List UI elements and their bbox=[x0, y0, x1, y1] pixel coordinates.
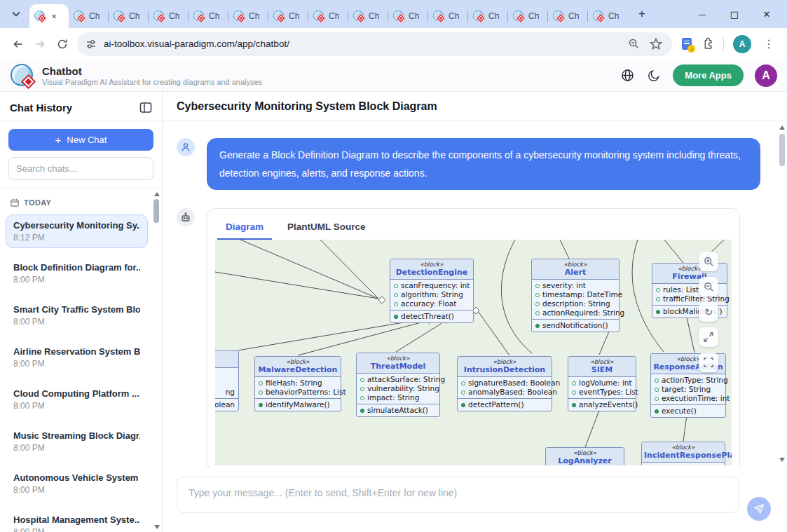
diagram-canvas[interactable]: «block»DetectionEnginescanFrequency: int… bbox=[215, 240, 732, 465]
forward-button[interactable] bbox=[29, 34, 50, 55]
new-chat-button[interactable]: + New Chat bbox=[8, 129, 153, 151]
chat-title: Smart City Traffic System Blo... bbox=[13, 304, 140, 315]
address-bar[interactable]: ai-toolbox.visual-paradigm.com/app/chatb… bbox=[77, 32, 672, 56]
uml-block-header: «block»DetectionEngine bbox=[390, 259, 473, 280]
search-chats-input[interactable] bbox=[8, 157, 153, 180]
chat-time: 8:00 PM bbox=[13, 443, 140, 453]
window-maximize-button[interactable]: □ bbox=[718, 0, 751, 28]
chat-history-item[interactable]: Cybersecurity Monitoring Sy... 8:12 PM bbox=[6, 214, 148, 248]
zoom-out-page-icon[interactable] bbox=[628, 38, 640, 50]
chat-history-item[interactable]: Smart City Traffic System Blo... 8:00 PM bbox=[6, 299, 148, 332]
new-tab-button[interactable]: + bbox=[632, 4, 652, 24]
chat-title: Airline Reservation System Bl... bbox=[13, 346, 140, 357]
uml-block-header: «block»Alert bbox=[532, 259, 619, 280]
browser-tab[interactable]: Ch bbox=[149, 4, 189, 28]
site-settings-icon[interactable] bbox=[85, 39, 97, 50]
today-section-header: TODAY bbox=[6, 195, 148, 214]
zoom-out-button[interactable] bbox=[699, 277, 718, 296]
browser-tab[interactable]: Ch bbox=[69, 4, 109, 28]
user-avatar[interactable]: A bbox=[755, 64, 777, 87]
send-button[interactable] bbox=[747, 497, 771, 521]
browser-menu-icon[interactable]: ⋮ bbox=[760, 37, 777, 50]
tab-label: Ch bbox=[289, 11, 299, 21]
browser-profile-avatar[interactable]: A bbox=[733, 35, 751, 53]
url-text[interactable]: ai-toolbox.visual-paradigm.com/app/chatb… bbox=[104, 39, 628, 49]
user-message-row: Generate a Block Definition Diagram to d… bbox=[177, 138, 761, 190]
collapse-sidebar-icon[interactable] bbox=[139, 102, 152, 114]
tab-label: Ch bbox=[449, 11, 459, 21]
page-title: Cybersecurity Monitoring System Block Di… bbox=[177, 100, 437, 113]
card-tab-bar: Diagram PlantUML Source bbox=[207, 209, 739, 240]
visual-paradigm-favicon bbox=[74, 11, 85, 22]
tab-label: Ch bbox=[129, 11, 139, 21]
uml-block-DetectionEngine: «block»DetectionEnginescanFrequency: int… bbox=[390, 259, 474, 323]
bookmark-star-icon[interactable] bbox=[650, 38, 662, 50]
browser-tab[interactable]: Ch bbox=[308, 4, 348, 28]
reset-zoom-button[interactable]: ↻ bbox=[699, 302, 718, 322]
chat-history-item[interactable]: Autonomous Vehicle System ... 8:00 PM bbox=[6, 467, 148, 500]
window-minimize-button[interactable]: — bbox=[686, 0, 718, 28]
window-close-button[interactable]: ✕ bbox=[751, 0, 783, 28]
chat-history-item[interactable]: Hospital Management Syste... 8:00 PM bbox=[6, 509, 148, 532]
browser-tab[interactable]: Ch bbox=[388, 4, 428, 28]
dark-mode-moon-icon[interactable] bbox=[646, 68, 662, 83]
chat-history-item[interactable]: Music Streaming Block Diagr... 8:00 PM bbox=[6, 425, 148, 458]
chat-history-item[interactable]: Block Definition Diagram for... 8:00 PM bbox=[6, 257, 148, 290]
browser-tab[interactable]: Ch bbox=[548, 4, 588, 28]
divider bbox=[0, 121, 162, 121]
uml-block-clipped: ngoolean bbox=[215, 350, 239, 411]
fit-to-frame-button[interactable] bbox=[699, 353, 718, 372]
zoom-in-button[interactable] bbox=[699, 252, 718, 271]
conversation-scrollbar[interactable] bbox=[777, 124, 787, 463]
chat-time: 8:00 PM bbox=[13, 485, 140, 495]
tab-label: Ch bbox=[608, 11, 619, 21]
tab-label: Ch bbox=[89, 11, 100, 21]
chat-title: Hospital Management Syste... bbox=[13, 514, 140, 525]
scrollbar-thumb[interactable] bbox=[779, 134, 785, 166]
browser-tab[interactable]: Ch bbox=[588, 4, 628, 28]
browser-tab[interactable]: Ch bbox=[468, 4, 508, 28]
scroll-down-arrow[interactable] bbox=[779, 458, 785, 462]
back-button[interactable] bbox=[7, 34, 28, 55]
visual-paradigm-logo bbox=[10, 63, 35, 88]
document-extension-icon[interactable]: ↓ bbox=[682, 38, 692, 50]
conversation-area: Generate a Block Definition Diagram to d… bbox=[163, 121, 787, 468]
scroll-up-arrow[interactable] bbox=[154, 192, 160, 196]
sidebar-scrollbar[interactable] bbox=[152, 191, 161, 531]
chat-title: Cybersecurity Monitoring Sy... bbox=[13, 220, 140, 231]
scroll-up-arrow[interactable] bbox=[779, 125, 785, 130]
chat-history-item[interactable]: Airline Reservation System Bl... 8:00 PM bbox=[6, 341, 148, 374]
uml-block-layer: «block»DetectionEnginescanFrequency: int… bbox=[215, 240, 732, 465]
more-apps-button[interactable]: More Apps bbox=[673, 64, 744, 86]
browser-tab[interactable]: Ch bbox=[109, 4, 149, 28]
chat-time: 8:12 PM bbox=[13, 233, 140, 243]
tab-diagram[interactable]: Diagram bbox=[217, 215, 272, 240]
language-globe-icon[interactable] bbox=[620, 68, 635, 83]
reload-button[interactable] bbox=[52, 34, 73, 55]
reset-zoom-icon: ↻ bbox=[704, 307, 713, 317]
tab-plantuml-source[interactable]: PlantUML Source bbox=[279, 215, 374, 240]
browser-tab[interactable]: Ch bbox=[189, 4, 228, 28]
fullscreen-button[interactable] bbox=[699, 327, 718, 347]
scrollbar-thumb[interactable] bbox=[153, 199, 159, 223]
message-input[interactable] bbox=[177, 477, 739, 513]
tab-label: Ch bbox=[209, 11, 219, 21]
chat-history-sidebar: Chat History + New Chat TODAY Cybersecur… bbox=[0, 92, 163, 532]
tab-search-chevron-icon[interactable] bbox=[6, 4, 27, 24]
visual-paradigm-favicon bbox=[193, 11, 205, 22]
browser-tab[interactable]: Ch bbox=[428, 4, 468, 28]
chat-history-item[interactable]: Cloud Computing Platform ... 8:00 PM bbox=[6, 383, 148, 416]
extensions-puzzle-icon[interactable] bbox=[701, 37, 714, 50]
browser-tab[interactable]: Ch bbox=[268, 4, 308, 28]
uml-block-SIEM: «block»SIEMlogVolume: inteventTypes: Lis… bbox=[568, 356, 636, 411]
browser-tab[interactable]: Ch bbox=[228, 4, 268, 28]
browser-tab[interactable]: Ch bbox=[508, 4, 548, 28]
tab-label: Ch bbox=[568, 11, 579, 21]
browser-tab-active[interactable]: ✕ bbox=[29, 4, 69, 28]
uml-block-Alert: «block»Alertseverity: inttimestamp: Date… bbox=[531, 259, 620, 332]
person-icon bbox=[180, 142, 191, 153]
browser-tab[interactable]: Ch bbox=[348, 4, 388, 28]
tab-label: Ch bbox=[249, 11, 259, 21]
scroll-down-arrow[interactable] bbox=[154, 525, 160, 529]
tab-close-icon[interactable]: ✕ bbox=[51, 13, 57, 20]
